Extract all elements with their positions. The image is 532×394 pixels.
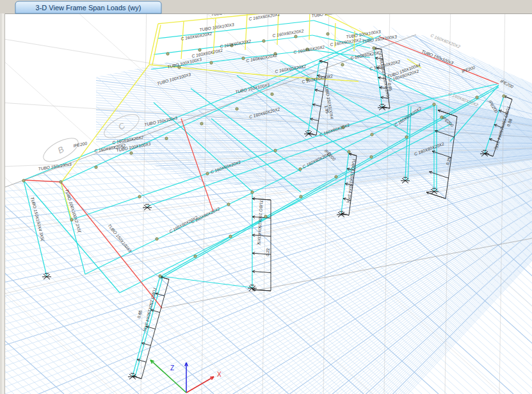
- joint-node[interactable]: [242, 57, 245, 60]
- joint-node[interactable]: [503, 95, 505, 97]
- joint-node[interactable]: [370, 156, 373, 158]
- joint-node[interactable]: [348, 151, 350, 153]
- joint-node[interactable]: [200, 122, 203, 125]
- joint-node[interactable]: [326, 33, 329, 35]
- z-axis-label: Z: [170, 365, 174, 372]
- joint-node[interactable]: [371, 133, 373, 136]
- joint-node[interactable]: [210, 62, 213, 64]
- joint-node[interactable]: [159, 275, 161, 277]
- joint-node[interactable]: [194, 255, 197, 258]
- joint-node[interactable]: [165, 137, 168, 140]
- joint-node[interactable]: [138, 195, 141, 198]
- joint-node[interactable]: [300, 195, 302, 198]
- joint-node[interactable]: [433, 103, 435, 106]
- joint-node[interactable]: [373, 47, 375, 49]
- joint-node[interactable]: [206, 172, 209, 175]
- joint-node[interactable]: [299, 168, 302, 170]
- joint-node[interactable]: [251, 191, 254, 193]
- joint-node[interactable]: [264, 215, 267, 218]
- joint-node[interactable]: [130, 152, 133, 154]
- joint-node[interactable]: [198, 49, 201, 51]
- model-canvas[interactable]: BC TUBO 100X100X3C 160X60X20X2TUBO 100X1…: [0, 0, 532, 394]
- joint-node[interactable]: [405, 136, 408, 138]
- joint-node[interactable]: [229, 235, 232, 238]
- joint-node[interactable]: [95, 166, 97, 168]
- joint-node[interactable]: [166, 53, 169, 55]
- view-tab[interactable]: 3-D View Frame Span Loads (wy): [15, 1, 161, 13]
- view-tab-title: 3-D View Frame Span Loads (wy): [36, 4, 141, 12]
- joint-node[interactable]: [294, 35, 297, 38]
- joint-node[interactable]: [60, 181, 62, 183]
- joint-node[interactable]: [22, 179, 25, 182]
- joint-node[interactable]: [274, 149, 277, 152]
- x-axis-label: X: [217, 371, 222, 378]
- joint-node[interactable]: [236, 108, 238, 110]
- joint-node[interactable]: [262, 40, 265, 42]
- joint-node[interactable]: [341, 63, 344, 66]
- joint-node[interactable]: [476, 96, 478, 99]
- joint-node[interactable]: [227, 203, 230, 206]
- joint-node[interactable]: [271, 93, 273, 95]
- load-value-label: 0.22: [265, 248, 270, 256]
- joint-node[interactable]: [156, 238, 158, 240]
- application-window: BC TUBO 100X100X3C 160X60X20X2TUBO 100X1…: [0, 0, 532, 394]
- joint-node[interactable]: [335, 176, 337, 178]
- joint-node[interactable]: [70, 218, 73, 221]
